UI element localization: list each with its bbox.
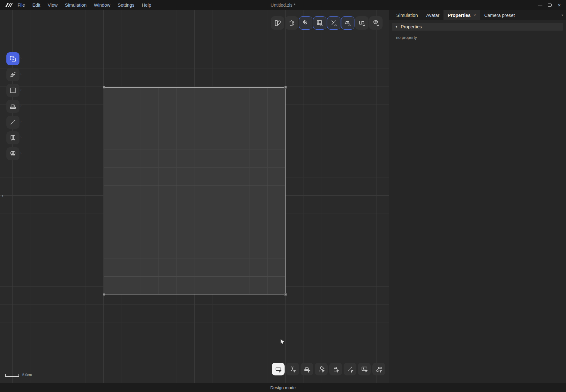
submenu-chevron-icon: ›	[20, 120, 21, 123]
sewing-machine-button[interactable]: ›	[6, 100, 19, 113]
submenu-chevron-icon: ›	[20, 104, 21, 107]
color-swatches-icon	[274, 19, 282, 27]
corner-handle[interactable]	[103, 293, 105, 296]
show-sewing-button[interactable]	[341, 16, 354, 30]
submenu-chevron-icon: ›	[20, 151, 21, 155]
menu-view[interactable]: View	[47, 2, 58, 8]
show-measure-button[interactable]	[369, 16, 383, 30]
mode-label: Design mode	[270, 385, 296, 390]
properties-section-header[interactable]: ▼ Properties	[392, 23, 563, 31]
select-transform-button[interactable]: ›	[6, 52, 19, 65]
select-curve-button[interactable]	[286, 363, 299, 375]
chevron-down-icon[interactable]: ▼	[561, 14, 564, 17]
corner-handle[interactable]	[284, 293, 287, 296]
select-pin-button[interactable]	[315, 363, 328, 375]
pleat-fold-button[interactable]: ›	[6, 131, 19, 144]
window-controls: ✕	[535, 0, 564, 10]
section-title: Properties	[401, 24, 422, 29]
rectangle-button[interactable]: ›	[6, 84, 19, 97]
scale-label: 5.0cm	[22, 373, 32, 377]
stitch-line-button[interactable]: ›	[6, 116, 19, 129]
titlebar: FileEditViewSimulationWindowSettingsHelp…	[0, 0, 566, 10]
tab-label: Camera preset	[484, 13, 515, 18]
select-safety-pin-icon	[375, 365, 383, 373]
pattern-canvas[interactable]: ››››››› › 5.0cm	[0, 10, 389, 383]
select-image-button[interactable]	[358, 363, 371, 375]
corner-handle[interactable]	[284, 86, 287, 89]
close-button[interactable]: ✕	[555, 0, 564, 10]
select-sewing-button[interactable]	[301, 363, 313, 375]
stitch-line-icon	[9, 118, 17, 126]
menu-file[interactable]: File	[17, 2, 26, 8]
scale-ruler	[5, 374, 19, 377]
submenu-chevron-icon: ›	[20, 135, 21, 139]
show-grid-icon	[316, 19, 324, 27]
expand-panel-handle[interactable]: ›	[0, 191, 5, 200]
tab-simulation[interactable]: Simulation	[392, 10, 422, 20]
mouse-cursor	[280, 338, 285, 345]
show-panels-button[interactable]	[355, 16, 369, 30]
tab-close-icon[interactable]: ×	[473, 13, 476, 18]
select-stitch-button[interactable]	[344, 363, 356, 375]
selection-mode-toolbar	[272, 363, 385, 375]
corner-handle[interactable]	[103, 86, 105, 89]
tape-measure-icon	[9, 150, 17, 158]
tool-palette: ›››››››	[6, 52, 19, 160]
show-measure-icon	[372, 19, 380, 27]
app-window: FileEditViewSimulationWindowSettingsHelp…	[0, 0, 566, 392]
tape-measure-button[interactable]: ›	[6, 147, 19, 160]
no-property-text: no property	[396, 35, 417, 40]
select-sewing-icon	[303, 365, 311, 373]
minimize-icon	[538, 5, 542, 5]
submenu-chevron-icon: ›	[20, 72, 21, 76]
select-curve-icon	[289, 365, 297, 373]
pen-icon	[9, 71, 17, 79]
menu-help[interactable]: Help	[141, 2, 152, 8]
statusbar: Design mode	[0, 383, 566, 392]
select-box-icon	[274, 365, 282, 373]
select-pin-icon	[317, 365, 325, 373]
tab-properties[interactable]: Properties×	[443, 10, 480, 20]
tab-avatar[interactable]: Avatar	[422, 10, 444, 20]
show-points-icon	[330, 19, 338, 27]
select-lock-icon	[332, 365, 340, 373]
tab-label: Properties	[448, 13, 471, 18]
pattern-seam-button[interactable]	[285, 16, 298, 30]
pattern-seam-icon	[288, 19, 296, 27]
close-icon: ✕	[558, 3, 561, 7]
submenu-chevron-icon: ›	[20, 88, 21, 91]
tab-camera-preset[interactable]: Camera preset	[480, 10, 519, 20]
show-sewing-icon	[344, 19, 352, 27]
pen-button[interactable]: ›	[6, 68, 19, 81]
menubar: FileEditViewSimulationWindowSettingsHelp	[17, 0, 152, 10]
select-lock-button[interactable]	[329, 363, 342, 375]
style3d-logo	[4, 2, 14, 8]
right-panel: SimulationAvatarProperties×Camera preset…	[389, 10, 566, 383]
minimize-button[interactable]	[535, 0, 545, 10]
show-points-button[interactable]	[327, 16, 340, 30]
sewing-machine-icon	[9, 102, 17, 110]
tab-label: Avatar	[426, 13, 440, 18]
show-grid-button[interactable]	[313, 16, 326, 30]
menu-settings[interactable]: Settings	[117, 2, 135, 8]
magnet-snap-icon	[302, 19, 310, 27]
pleat-fold-icon	[9, 134, 17, 142]
menu-window[interactable]: Window	[93, 2, 111, 8]
select-safety-pin-button[interactable]	[372, 363, 385, 375]
display-toggle-toolbar	[271, 16, 383, 30]
submenu-chevron-icon: ›	[20, 56, 21, 60]
rectangle-icon	[9, 86, 17, 94]
select-transform-icon	[9, 55, 17, 63]
select-box-button[interactable]	[272, 363, 285, 375]
show-panels-icon	[358, 19, 366, 27]
maximize-button[interactable]	[545, 0, 555, 10]
select-stitch-icon	[346, 365, 354, 373]
triangle-down-icon: ▼	[395, 25, 398, 28]
magnet-snap-button[interactable]	[299, 16, 312, 30]
panel-tabbar: SimulationAvatarProperties×Camera preset	[389, 10, 566, 20]
pattern-piece[interactable]	[104, 87, 286, 294]
tab-label: Simulation	[396, 13, 418, 18]
color-swatches-button[interactable]	[271, 16, 284, 30]
menu-simulation[interactable]: Simulation	[64, 2, 88, 8]
menu-edit[interactable]: Edit	[31, 2, 41, 8]
